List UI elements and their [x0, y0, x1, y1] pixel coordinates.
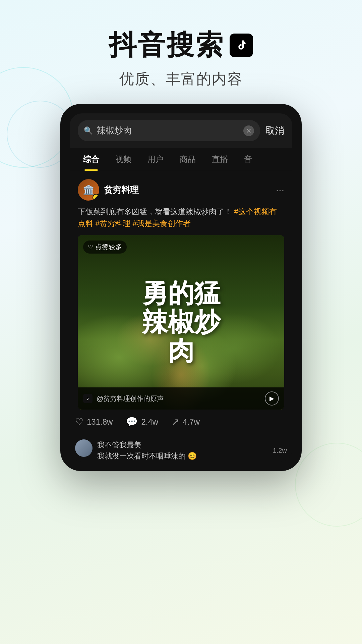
share-icon: ↗: [172, 416, 179, 427]
commenter-name: 我不管我最美: [97, 439, 197, 450]
like-stat[interactable]: ♡ 131.8w: [75, 416, 113, 427]
tab-video[interactable]: 视频: [107, 148, 139, 171]
main-title: 抖音搜索: [0, 27, 362, 64]
verified-badge: ✓: [93, 194, 99, 201]
subtitle: 优质、丰富的内容: [0, 69, 362, 89]
comment-content: 我不管我最美 我就没一次看时不咽唾沫的 😊: [97, 439, 197, 462]
comment-like-count: 1.2w: [273, 447, 287, 454]
video-thumbnail[interactable]: ♡ 点赞较多 勇的猛辣椒炒肉 ♪ @贫穷料理创作的原声 ▶: [78, 235, 284, 410]
audio-text: @贫穷料理创作的原声: [97, 394, 261, 403]
search-icon: 🔍: [84, 126, 93, 135]
search-bar-area: 🔍 辣椒炒肉 ✕ 取消: [70, 113, 292, 148]
hashtag-3[interactable]: #我是美食创作者: [133, 219, 191, 228]
tab-comprehensive[interactable]: 综合: [75, 148, 107, 171]
tiktok-small-icon: ♪: [83, 394, 93, 403]
comment-preview: 我不管我最美 我就没一次看时不咽唾沫的 😊 1.2w: [70, 434, 292, 462]
like-count: 131.8w: [87, 417, 113, 427]
phone-screen: 🔍 辣椒炒肉 ✕ 取消 综合 视频 用户 商品: [70, 113, 292, 462]
tiktok-logo-icon: [230, 34, 253, 57]
avatar[interactable]: 🏛️ ✓: [78, 179, 99, 201]
tab-product[interactable]: 商品: [172, 148, 204, 171]
stats-row: ♡ 131.8w 💬 2.4w ↗ 4.7w: [70, 410, 292, 434]
content-area: 🏛️ ✓ 贫穷料理 ··· 下饭菜到底有多凶猛，就看这道辣椒炒肉了！ #这个视频…: [70, 171, 292, 410]
more-options-icon[interactable]: ···: [276, 184, 284, 196]
tabs-area: 综合 视频 用户 商品 直播 音: [70, 148, 292, 171]
commenter-avatar: [75, 439, 93, 457]
phone-mockup: 🔍 辣椒炒肉 ✕ 取消 综合 视频 用户 商品: [60, 104, 302, 471]
video-title-overlay: 勇的猛辣椒炒肉: [88, 279, 274, 365]
post-text: 下饭菜到底有多凶猛，就看这道辣椒炒肉了！ #这个视频有点料 #贫穷料理 #我是美…: [78, 206, 284, 229]
audio-bar: ♪ @贫穷料理创作的原声 ▶: [78, 387, 284, 410]
cancel-button[interactable]: 取消: [265, 124, 284, 137]
search-clear-button[interactable]: ✕: [243, 125, 254, 136]
tab-audio[interactable]: 音: [236, 148, 260, 171]
phone-frame: 🔍 辣椒炒肉 ✕ 取消 综合 视频 用户 商品: [60, 104, 302, 471]
like-icon: ♡: [75, 416, 83, 427]
heart-icon: ♡: [88, 244, 93, 251]
comment-icon: 💬: [126, 416, 138, 427]
share-stat[interactable]: ↗ 4.7w: [172, 416, 200, 427]
share-count: 4.7w: [183, 417, 200, 427]
play-button[interactable]: ▶: [265, 391, 279, 406]
hashtag-2[interactable]: #贫穷料理: [95, 219, 130, 228]
author-row: 🏛️ ✓ 贫穷料理 ···: [78, 179, 284, 201]
search-input-wrapper[interactable]: 🔍 辣椒炒肉 ✕: [78, 120, 260, 141]
author-info: 🏛️ ✓ 贫穷料理: [78, 179, 139, 201]
header-area: 抖音搜索 优质、丰富的内容: [0, 0, 362, 102]
author-name[interactable]: 贫穷料理: [104, 184, 139, 196]
tab-live[interactable]: 直播: [204, 148, 236, 171]
search-input[interactable]: 辣椒炒肉: [97, 125, 239, 137]
comment-body: 我就没一次看时不咽唾沫的 😊: [97, 450, 197, 462]
tab-user[interactable]: 用户: [139, 148, 172, 171]
comment-stat[interactable]: 💬 2.4w: [126, 416, 158, 427]
comment-count: 2.4w: [141, 417, 158, 427]
video-popular-label: ♡ 点赞较多: [83, 240, 127, 254]
